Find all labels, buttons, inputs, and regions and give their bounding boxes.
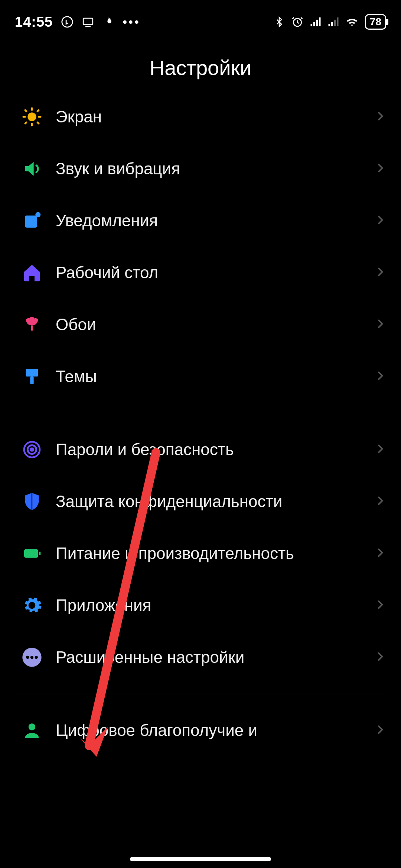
settings-row-advanced[interactable]: Расширенные настройки <box>15 631 386 683</box>
svg-rect-8 <box>328 24 330 26</box>
chevron-right-icon <box>374 724 386 737</box>
chevron-right-icon <box>374 599 386 612</box>
music-icon <box>61 16 74 28</box>
settings-row-battery[interactable]: Питание и производительность <box>15 527 386 579</box>
svg-point-34 <box>29 723 36 730</box>
settings-label: Расширенные настройки <box>56 648 374 667</box>
chevron-right-icon <box>374 110 386 124</box>
svg-point-31 <box>26 656 29 659</box>
home-indicator <box>130 857 271 861</box>
chevron-right-icon <box>374 266 386 279</box>
svg-rect-24 <box>30 377 33 384</box>
settings-list: ЭкранЗвук и вибрацияУведомленияРабочий с… <box>0 91 401 756</box>
wifi-icon <box>346 16 358 28</box>
notify-icon <box>15 210 56 231</box>
svg-rect-6 <box>316 20 318 26</box>
divider <box>15 413 386 413</box>
chevron-right-icon <box>374 162 386 175</box>
svg-rect-5 <box>313 22 315 26</box>
status-left: 14:55 ••• <box>15 14 140 30</box>
shield-icon <box>15 491 56 512</box>
svg-rect-21 <box>25 216 37 228</box>
settings-label: Обои <box>56 315 374 334</box>
svg-rect-11 <box>337 17 339 26</box>
svg-rect-29 <box>39 552 41 555</box>
svg-point-32 <box>30 656 33 659</box>
cast-icon <box>82 16 94 28</box>
page-title: Настройки <box>0 37 401 91</box>
alarm-icon <box>291 16 303 28</box>
battery-icon <box>15 543 56 564</box>
bluetooth-icon <box>274 16 285 27</box>
chevron-right-icon <box>374 547 386 560</box>
settings-row-privacy[interactable]: Защита конфиденциальности <box>15 476 386 527</box>
settings-label: Рабочий стол <box>56 263 374 282</box>
svg-rect-28 <box>24 549 38 558</box>
person-icon <box>15 720 56 741</box>
svg-point-12 <box>27 112 36 121</box>
settings-row-wellbeing[interactable]: Цифровое благополучие и <box>15 704 386 756</box>
battery-indicator: 78 <box>365 14 386 30</box>
svg-rect-7 <box>319 17 321 26</box>
svg-point-27 <box>31 448 33 451</box>
settings-row-apps[interactable]: Приложения <box>15 579 386 631</box>
divider <box>15 694 386 694</box>
tulip-icon <box>15 314 56 335</box>
settings-label: Пароли и безопасность <box>56 440 374 459</box>
chevron-right-icon <box>374 443 386 456</box>
svg-line-19 <box>38 110 39 111</box>
settings-label: Уведомления <box>56 211 374 230</box>
gear-icon <box>15 595 56 616</box>
more-icon: ••• <box>123 15 140 29</box>
svg-rect-10 <box>334 20 336 26</box>
status-right: 78 <box>274 14 386 30</box>
svg-point-33 <box>35 656 38 659</box>
chevron-right-icon <box>374 651 386 664</box>
svg-point-0 <box>62 17 72 27</box>
svg-rect-4 <box>310 24 312 26</box>
svg-rect-1 <box>83 18 93 24</box>
settings-label: Темы <box>56 367 374 386</box>
settings-row-home[interactable]: Рабочий стол <box>15 247 386 299</box>
sound-icon <box>15 158 56 179</box>
settings-row-sound[interactable]: Звук и вибрация <box>15 143 386 195</box>
brush-icon <box>15 366 56 387</box>
flame-icon <box>102 16 114 28</box>
battery-level: 78 <box>370 16 381 28</box>
settings-row-display[interactable]: Экран <box>15 91 386 143</box>
signal-1-icon <box>310 16 321 27</box>
chevron-right-icon <box>374 370 386 383</box>
settings-label: Звук и вибрация <box>56 160 374 178</box>
chevron-right-icon <box>374 214 386 227</box>
settings-row-themes[interactable]: Темы <box>15 351 386 402</box>
settings-row-notifications[interactable]: Уведомления <box>15 195 386 247</box>
svg-line-18 <box>38 122 39 124</box>
settings-label: Приложения <box>56 596 374 615</box>
chevron-right-icon <box>374 318 386 331</box>
status-time: 14:55 <box>15 14 53 30</box>
sun-icon <box>15 106 56 127</box>
chevron-right-icon <box>374 495 386 508</box>
settings-label: Экран <box>56 108 374 126</box>
settings-label: Защита конфиденциальности <box>56 492 374 511</box>
svg-line-20 <box>25 122 26 124</box>
settings-row-security[interactable]: Пароли и безопасность <box>15 424 386 476</box>
settings-row-wallpaper[interactable]: Обои <box>15 299 386 351</box>
settings-label: Питание и производительность <box>56 544 374 563</box>
svg-point-22 <box>35 212 40 217</box>
signal-2-icon <box>328 16 339 27</box>
status-bar: 14:55 ••• 78 <box>0 0 401 37</box>
svg-rect-23 <box>26 369 38 377</box>
svg-rect-9 <box>331 22 333 26</box>
fingerprint-icon <box>15 439 56 460</box>
svg-line-17 <box>25 110 26 111</box>
settings-label: Цифровое благополучие и <box>56 721 374 740</box>
house-icon <box>15 262 56 283</box>
dots-icon <box>15 647 56 668</box>
